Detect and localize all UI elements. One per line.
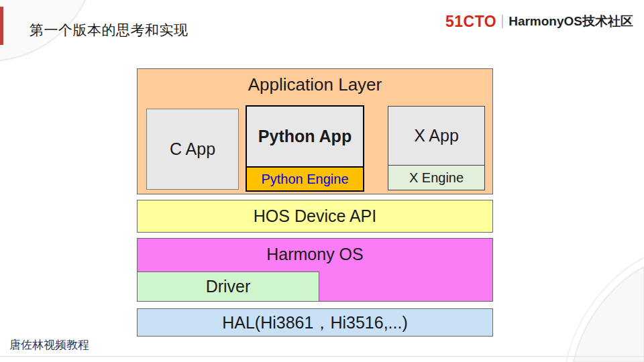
hos-device-api-label: HOS Device API [254, 206, 376, 226]
page-title: 第一个版本的思考和实现 [30, 21, 189, 40]
corner-wave-decoration [537, 248, 644, 362]
hal-label: HAL(Hi3861，Hi3516,...) [222, 312, 408, 334]
driver-box: Driver [137, 272, 319, 302]
application-layer-label: Application Layer [138, 74, 492, 95]
title-accent-bar [0, 7, 3, 45]
harmony-os-label: Harmony OS [138, 245, 492, 264]
slide: 第一个版本的思考和实现 51CTO HarmonyOS技术社区 Applicat… [0, 0, 644, 362]
bottom-divider [0, 356, 644, 357]
x-app-label: X App [388, 107, 484, 165]
hal-box: HAL(Hi3861，Hi3516,...) [137, 308, 493, 337]
x-engine-box: X Engine [388, 165, 484, 190]
logo-divider [502, 15, 503, 28]
driver-label: Driver [206, 277, 251, 296]
header-logo: 51CTO HarmonyOS技术社区 [445, 13, 633, 30]
logo-community-name: HarmonyOS技术社区 [508, 13, 633, 30]
python-app-label: Python App [247, 107, 363, 166]
c-app-label: C App [170, 139, 215, 159]
author-watermark: 唐佐林视频教程 [9, 337, 89, 353]
c-app-box: C App [146, 109, 239, 190]
python-engine-label: Python Engine [261, 172, 348, 187]
hos-device-api-box: HOS Device API [137, 200, 493, 233]
python-app-box: Python App Python Engine [246, 105, 364, 192]
x-app-box: X App X Engine [388, 106, 485, 190]
python-engine-box: Python Engine [247, 166, 363, 190]
x-engine-label: X Engine [409, 170, 464, 186]
logo-51cto: 51CTO [445, 13, 496, 31]
